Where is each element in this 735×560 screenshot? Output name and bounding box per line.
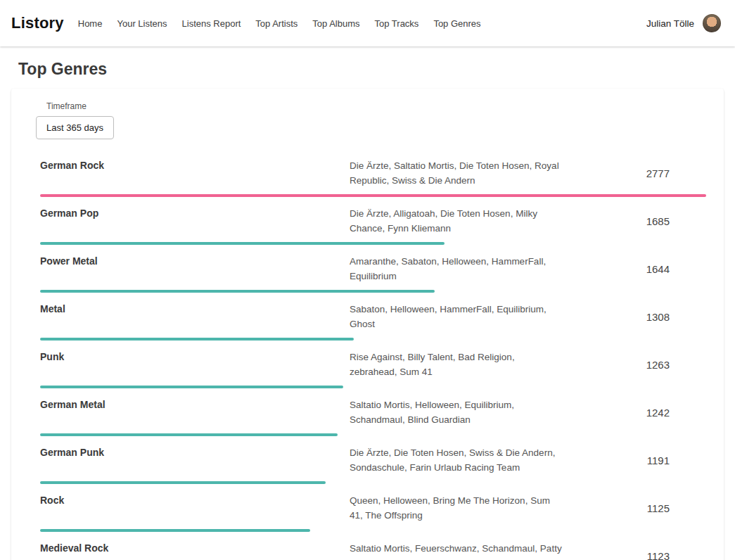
nav-item-top-albums[interactable]: Top Albums <box>312 18 359 29</box>
genre-name: German Metal <box>40 397 350 410</box>
table-row-content: German Punk Die Ärzte, Die Toten Hosen, … <box>40 445 706 475</box>
table-row: Rock Queen, Helloween, Bring Me The Hori… <box>40 484 706 532</box>
user-menu-button[interactable]: Julian Tölle <box>646 18 694 29</box>
table-row: German Rock Die Ärzte, Saltatio Mortis, … <box>40 149 706 197</box>
genre-count: 2777 <box>564 167 706 179</box>
genre-count: 1263 <box>564 359 706 371</box>
genre-count: 1125 <box>564 502 706 514</box>
genre-count: 1644 <box>564 263 706 275</box>
genre-name: German Rock <box>40 158 350 171</box>
table-row: German Pop Die Ärzte, Alligatoah, Die To… <box>40 197 706 245</box>
genre-name: German Punk <box>40 445 350 458</box>
genre-name: Medieval Rock <box>40 541 350 554</box>
genre-name: German Pop <box>40 206 350 219</box>
genre-artists: Die Ärzte, Alligatoah, Die Toten Hosen, … <box>350 206 564 236</box>
nav-item-top-genres[interactable]: Top Genres <box>433 18 480 29</box>
genres-table: German Rock Die Ärzte, Saltatio Mortis, … <box>11 145 724 560</box>
nav-item-top-artists[interactable]: Top Artists <box>255 18 298 29</box>
table-row: Power Metal Amaranthe, Sabaton, Hellowee… <box>40 245 706 293</box>
genre-count: 1685 <box>564 215 706 227</box>
genre-count: 1191 <box>564 454 706 466</box>
table-row-content: Power Metal Amaranthe, Sabaton, Hellowee… <box>40 254 706 284</box>
table-row-content: German Pop Die Ärzte, Alligatoah, Die To… <box>40 206 706 236</box>
table-row: Punk Rise Against, Billy Talent, Bad Rel… <box>40 341 706 388</box>
user-area: Julian Tölle <box>646 14 721 32</box>
genre-count: 1123 <box>564 550 706 560</box>
genre-artists: Saltatio Mortis, Helloween, Equilibrium,… <box>350 397 564 427</box>
table-row-content: Rock Queen, Helloween, Bring Me The Hori… <box>40 493 706 523</box>
page-title: Top Genres <box>18 60 735 79</box>
timeframe-filter: Timeframe Last 365 days <box>11 101 724 145</box>
table-row: Metal Sabaton, Helloween, HammerFall, Eq… <box>40 293 706 341</box>
nav-item-listens-report[interactable]: Listens Report <box>182 18 241 29</box>
genre-artists: Die Ärzte, Die Toten Hosen, Swiss & Die … <box>350 445 564 475</box>
table-row-content: Punk Rise Against, Billy Talent, Bad Rel… <box>40 350 706 379</box>
nav-item-your-listens[interactable]: Your Listens <box>117 18 167 29</box>
table-row-content: German Rock Die Ärzte, Saltatio Mortis, … <box>40 158 706 188</box>
genre-artists: Queen, Helloween, Bring Me The Horizon, … <box>350 493 564 523</box>
genre-count: 1308 <box>564 311 706 323</box>
table-row: German Metal Saltatio Mortis, Helloween,… <box>40 388 706 436</box>
table-row: Medieval Rock Saltatio Mortis, Feuerschw… <box>40 532 706 560</box>
nav-links: HomeYour ListensListens ReportTop Artist… <box>78 18 481 29</box>
top-nav: Listory HomeYour ListensListens ReportTo… <box>0 0 735 46</box>
nav-item-top-tracks[interactable]: Top Tracks <box>375 18 419 29</box>
genre-name: Rock <box>40 493 350 506</box>
genre-artists: Saltatio Mortis, Feuerschwanz, Schandmau… <box>350 541 564 560</box>
genre-name: Power Metal <box>40 254 350 267</box>
nav-item-home[interactable]: Home <box>78 18 103 29</box>
genre-artists: Amaranthe, Sabaton, Helloween, HammerFal… <box>350 254 564 284</box>
genre-name: Metal <box>40 302 350 314</box>
genre-artists: Sabaton, Helloween, HammerFall, Equilibr… <box>350 302 564 331</box>
app-logo[interactable]: Listory <box>11 14 64 32</box>
table-row-content: Metal Sabaton, Helloween, HammerFall, Eq… <box>40 302 706 331</box>
timeframe-select[interactable]: Last 365 days <box>36 116 114 139</box>
genre-artists: Rise Against, Billy Talent, Bad Religion… <box>350 350 564 379</box>
user-avatar[interactable] <box>703 14 721 32</box>
top-genres-card: Timeframe Last 365 days German Rock Die … <box>11 89 724 560</box>
table-row: German Punk Die Ärzte, Die Toten Hosen, … <box>40 436 706 484</box>
genre-count: 1242 <box>564 407 706 419</box>
table-row-content: Medieval Rock Saltatio Mortis, Feuerschw… <box>40 541 706 560</box>
table-row-content: German Metal Saltatio Mortis, Helloween,… <box>40 397 706 427</box>
genre-artists: Die Ärzte, Saltatio Mortis, Die Toten Ho… <box>350 158 564 188</box>
timeframe-label: Timeframe <box>46 101 724 111</box>
genre-name: Punk <box>40 350 350 362</box>
